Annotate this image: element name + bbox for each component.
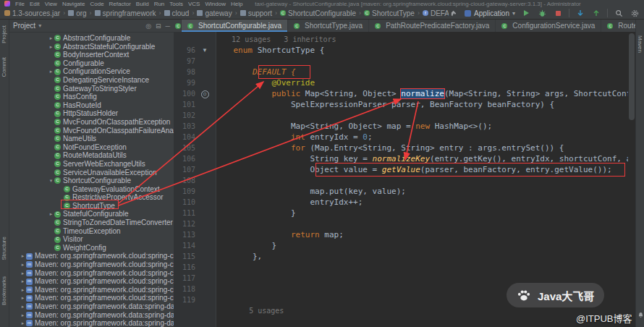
editor-scrollbar[interactable]	[629, 33, 635, 120]
debug-button[interactable]	[537, 8, 547, 18]
tree-item-maven-org-springframework-cloud-spring-cloud-starte-[interactable]: ▸mMaven: org.springframework.cloud:sprin…	[9, 269, 174, 278]
locate-file-icon[interactable]: ◎	[145, 22, 151, 30]
tree-item-maven-org-springframework-cloud-spring-cloud-starte-[interactable]: ▸mMaven: org.springframework.cloud:sprin…	[9, 277, 174, 286]
tree-item-mvcfoundonclasspathexception[interactable]: CMvcFoundOnClasspathException	[9, 118, 174, 127]
tree-item-serviceunavailableexception[interactable]: CServiceUnavailableException	[9, 169, 174, 177]
code-line[interactable]: 99 @Override	[174, 77, 628, 88]
tree-item-gatewayevaluationcontext[interactable]: CGatewayEvaluationContext	[9, 185, 174, 194]
chevron-right-icon[interactable]: ▸	[20, 252, 26, 260]
code-line[interactable]: 104 int entryIdx = 0;	[174, 132, 628, 143]
settings-gear-icon[interactable]	[630, 8, 640, 18]
chevron-right-icon[interactable]: ▸	[20, 269, 26, 278]
tree-item-configurationservice[interactable]: ▸CConfigurationService	[9, 67, 174, 76]
menu-item-refactor[interactable]: Refactor	[109, 1, 131, 7]
tree-item-routemetadatautils[interactable]: CRouteMetadataUtils	[9, 151, 174, 160]
chevron-right-icon[interactable]: ▸	[20, 294, 26, 302]
code-hint-row[interactable]: 12 usages 3 inheritors	[174, 34, 628, 45]
chevron-right-icon[interactable]: ▸	[48, 43, 54, 51]
menu-item-run[interactable]: Run	[154, 1, 165, 7]
vcs-update-icon[interactable]	[575, 8, 585, 18]
chevron-right-icon[interactable]: ▸	[20, 286, 26, 294]
tree-item-maven-org-springframework-data-spring-data-keyvalu-[interactable]: ▸mMaven: org.springframework.data:spring…	[9, 311, 174, 320]
tree-item-maven-org-springframework-cloud-spring-cloud-open-[interactable]: ▸mMaven: org.springframework.cloud:sprin…	[9, 260, 174, 269]
chevron-right-icon[interactable]: ▸	[48, 34, 54, 43]
tree-item-weightconfig[interactable]: CWeightConfig	[9, 244, 174, 252]
tree-item-httpstatusholder[interactable]: CHttpStatusHolder	[9, 109, 174, 118]
chevron-right-icon[interactable]: ▸	[20, 311, 26, 320]
collapse-all-icon[interactable]: ⊟	[156, 22, 161, 30]
tree-item-statefulconfigurable[interactable]: ▸CStatefulConfigurable	[9, 210, 174, 218]
search-icon[interactable]	[614, 8, 624, 18]
tab-pathroutepredicatefactory-java[interactable]: CPathRoutePredicateFactory.java	[369, 20, 496, 32]
code-line[interactable]: 103 Map<String, Object> map = new HashMa…	[174, 121, 628, 132]
tab-shortcutconfigurable-java[interactable]: CShortcutConfigurable.java	[182, 20, 288, 32]
chevron-right-icon[interactable]: ▸	[20, 319, 26, 327]
code-line[interactable]: 108	[174, 175, 628, 186]
tree-item-shortcuttype[interactable]: CShortcutType	[9, 202, 174, 211]
chevron-right-icon[interactable]: ▸	[48, 67, 54, 76]
menu-item-build[interactable]: Build	[136, 1, 149, 7]
code-line[interactable]: 114 }	[174, 240, 628, 251]
chevron-down-icon[interactable]: ▾	[48, 177, 54, 185]
code-line[interactable]: 111 }	[174, 208, 628, 218]
code-line[interactable]: 115 },	[174, 251, 628, 262]
run-config-select[interactable]: Application ▾	[465, 9, 515, 17]
chevron-right-icon[interactable]: ▸	[20, 277, 26, 286]
breadcrumb-item[interactable]: 1.3-sources.jar	[4, 9, 60, 17]
tree-item-maven-org-springframework-cloud-spring-cloud-starte-[interactable]: ▸mMaven: org.springframework.cloud:sprin…	[9, 286, 174, 294]
chevron-right-icon[interactable]: ▸	[48, 210, 54, 218]
tool-button-maven[interactable]: Maven	[637, 35, 643, 53]
chevron-right-icon[interactable]: ▸	[20, 302, 26, 311]
inheritors-gutter-icon[interactable]: ▼	[195, 45, 214, 56]
menu-item-tools[interactable]: Tools	[169, 1, 183, 7]
tree-item-abstractstatefulconfigurable[interactable]: ▸CAbstractStatefulConfigurable	[9, 43, 174, 51]
tab-g-java[interactable]: Cg.java	[174, 20, 182, 32]
build-hammer-icon[interactable]	[449, 8, 459, 18]
tree-item-hasconfig[interactable]: CHasConfig	[9, 93, 174, 101]
code-line[interactable]: 106 String key = normalizeKey(entry.getK…	[174, 153, 628, 164]
code-line[interactable]: 112	[174, 218, 628, 229]
code-line[interactable]: 117	[174, 273, 628, 284]
tree-item-maven-org-springframework-data-spring-data-commo-[interactable]: ▸mMaven: org.springframework.data:spring…	[9, 302, 174, 311]
breadcrumb-item[interactable]: CShortcutType	[364, 9, 415, 17]
tab-routedefinitionroutelocator-java[interactable]: CRouteDefinitionRouteLocator.java	[601, 20, 635, 32]
breadcrumb-item[interactable]: fDEFAULT	[423, 9, 449, 17]
code-line[interactable]: 113 return map;	[174, 229, 628, 240]
tree-item-restrictivepropertyaccessor[interactable]: CRestrictivePropertyAccessor	[9, 193, 174, 202]
tree-item-abstractconfigurable[interactable]: ▸CAbstractConfigurable	[9, 34, 174, 43]
breadcrumb-item[interactable]: cloud	[164, 9, 190, 17]
code-line[interactable]: 107 Object value = getValue(parser, bean…	[174, 164, 628, 175]
menu-item-navigate[interactable]: Navigate	[62, 1, 85, 7]
menu-item-code[interactable]: Code	[90, 1, 103, 7]
vcs-push-icon[interactable]	[591, 8, 601, 18]
menu-item-view[interactable]: View	[45, 1, 57, 7]
chevron-down-icon[interactable]: ▾	[38, 22, 41, 29]
menu-item-file[interactable]: File	[15, 1, 25, 7]
tree-item-delegatingserviceinstance[interactable]: CDelegatingServiceInstance	[9, 76, 174, 85]
tree-item-timeoutexception[interactable]: CTimeoutException	[9, 227, 174, 236]
tree-item-gatewaytostringstyler[interactable]: CGatewayToStringStyler	[9, 85, 174, 93]
tree-item-shortcutconfigurable[interactable]: ▾CShortcutConfigurable	[9, 177, 174, 185]
tool-button-project[interactable]: Project	[1, 25, 7, 43]
menu-item-edit[interactable]: Edit	[30, 1, 40, 7]
code-line[interactable]: 105 for (Map.Entry<String, String> entry…	[174, 143, 628, 153]
tree-item-serverwebexchangeutils[interactable]: CServerWebExchangeUtils	[9, 160, 174, 169]
tool-button-commit[interactable]: Commit	[1, 57, 7, 77]
code-line[interactable]: 110 entryIdx++;	[174, 197, 628, 208]
code-line[interactable]: 101 SpelExpressionParser parser, BeanFac…	[174, 99, 628, 110]
notifications-bell-icon[interactable]	[637, 308, 644, 321]
run-button[interactable]	[521, 8, 531, 18]
breadcrumb-item[interactable]: support	[240, 9, 272, 17]
tool-button-structure[interactable]: Structure	[1, 237, 7, 260]
menu-item-help[interactable]: Help	[231, 1, 242, 7]
tree-item-nameutils[interactable]: CNameUtils	[9, 135, 174, 143]
tree-item-visitor[interactable]: CVisitor	[9, 235, 174, 244]
tool-button-bookmarks[interactable]: Bookmarks	[1, 276, 7, 305]
tree-item-configurable[interactable]: CConfigurable	[9, 59, 174, 68]
tree-item-stringtozoneddatetimeconverter[interactable]: CStringToZonedDateTimeConverter	[9, 218, 174, 227]
chevron-right-icon[interactable]: ▸	[20, 260, 26, 269]
hide-panel-icon[interactable]: ─	[166, 22, 170, 30]
tab-configurationservice-java[interactable]: CConfigurationService.java	[496, 20, 601, 32]
breadcrumb-item[interactable]: springframework	[95, 9, 156, 17]
project-panel-title[interactable]: Project	[13, 22, 35, 30]
